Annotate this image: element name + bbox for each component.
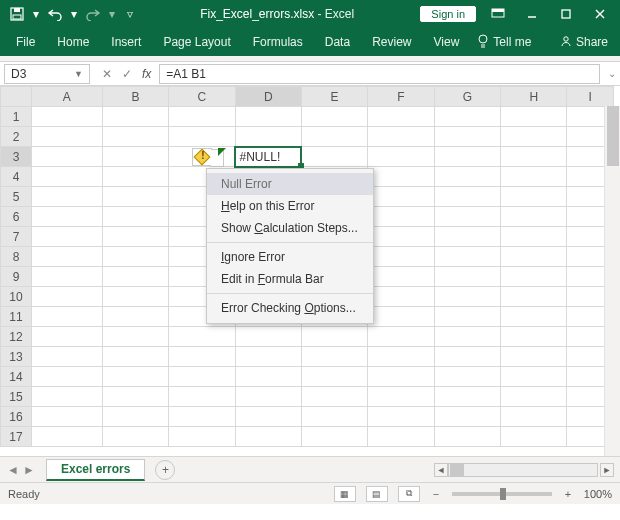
- cell[interactable]: [368, 347, 434, 367]
- row-header[interactable]: 17: [1, 427, 32, 447]
- view-normal-icon[interactable]: ▦: [334, 486, 356, 502]
- zoom-slider[interactable]: [452, 492, 552, 496]
- menu-item-ignore-error[interactable]: Ignore Error: [207, 246, 373, 268]
- col-header[interactable]: I: [567, 87, 614, 107]
- cell[interactable]: [301, 407, 367, 427]
- formula-bar-expand-icon[interactable]: ⌄: [604, 68, 620, 79]
- cell[interactable]: [31, 427, 102, 447]
- cell[interactable]: [501, 407, 567, 427]
- cell[interactable]: [368, 427, 434, 447]
- sheet-nav-prev-icon[interactable]: ◄: [6, 463, 20, 477]
- cell[interactable]: [31, 167, 102, 187]
- cell[interactable]: [31, 127, 102, 147]
- cell[interactable]: [368, 167, 434, 187]
- cell[interactable]: [368, 187, 434, 207]
- cell[interactable]: [301, 107, 367, 127]
- tab-insert[interactable]: Insert: [107, 35, 145, 49]
- cell[interactable]: [434, 247, 500, 267]
- menu-item-error-checking-options[interactable]: Error Checking Options...: [207, 297, 373, 319]
- row-header[interactable]: 16: [1, 407, 32, 427]
- vertical-scrollbar[interactable]: [604, 106, 620, 456]
- cell[interactable]: [31, 327, 102, 347]
- cell[interactable]: [169, 427, 235, 447]
- tab-data[interactable]: Data: [321, 35, 354, 49]
- cell[interactable]: [102, 387, 168, 407]
- worksheet-grid[interactable]: A B C D E F G H I 123#NULL!4567891011121…: [0, 86, 620, 456]
- cell[interactable]: [102, 347, 168, 367]
- cell[interactable]: [434, 407, 500, 427]
- cell[interactable]: [368, 387, 434, 407]
- insert-function-icon[interactable]: fx: [142, 67, 151, 81]
- sheet-tab-active[interactable]: Excel errors: [46, 459, 145, 481]
- cell[interactable]: [169, 347, 235, 367]
- cell[interactable]: [501, 287, 567, 307]
- cell[interactable]: [102, 207, 168, 227]
- cell[interactable]: [31, 187, 102, 207]
- cell[interactable]: [31, 247, 102, 267]
- cell[interactable]: [501, 307, 567, 327]
- col-header[interactable]: E: [301, 87, 367, 107]
- cell[interactable]: [31, 387, 102, 407]
- cell[interactable]: [434, 327, 500, 347]
- cell[interactable]: [235, 427, 301, 447]
- cell[interactable]: [368, 227, 434, 247]
- cell[interactable]: [501, 427, 567, 447]
- col-header[interactable]: F: [368, 87, 434, 107]
- cell[interactable]: #NULL!: [235, 147, 301, 167]
- cell[interactable]: [501, 347, 567, 367]
- cell[interactable]: [102, 187, 168, 207]
- row-header[interactable]: 7: [1, 227, 32, 247]
- cell[interactable]: [169, 327, 235, 347]
- cell[interactable]: [434, 367, 500, 387]
- cell[interactable]: [368, 327, 434, 347]
- cell[interactable]: [102, 227, 168, 247]
- cell[interactable]: [169, 367, 235, 387]
- cell[interactable]: [301, 127, 367, 147]
- row-header[interactable]: 14: [1, 367, 32, 387]
- cell[interactable]: [434, 167, 500, 187]
- col-header[interactable]: C: [169, 87, 235, 107]
- cell[interactable]: [235, 327, 301, 347]
- cell[interactable]: [434, 127, 500, 147]
- select-all-corner[interactable]: [1, 87, 32, 107]
- cell[interactable]: [368, 127, 434, 147]
- tab-home[interactable]: Home: [53, 35, 93, 49]
- row-header[interactable]: 11: [1, 307, 32, 327]
- menu-item-edit-in-formula-bar[interactable]: Edit in Formula Bar: [207, 268, 373, 290]
- row-header[interactable]: 13: [1, 347, 32, 367]
- cell[interactable]: [368, 367, 434, 387]
- cell[interactable]: [434, 387, 500, 407]
- sheet-nav-next-icon[interactable]: ►: [22, 463, 36, 477]
- cell[interactable]: [102, 307, 168, 327]
- scroll-left-icon[interactable]: ◄: [434, 463, 448, 477]
- menu-item-help-on-error[interactable]: Help on this Error: [207, 195, 373, 217]
- col-header[interactable]: G: [434, 87, 500, 107]
- cell[interactable]: [301, 147, 367, 167]
- cell[interactable]: [301, 327, 367, 347]
- cell[interactable]: [368, 247, 434, 267]
- cell[interactable]: [31, 147, 102, 167]
- cell[interactable]: [102, 427, 168, 447]
- cell[interactable]: [434, 427, 500, 447]
- cell[interactable]: [102, 287, 168, 307]
- cell[interactable]: [102, 107, 168, 127]
- cell[interactable]: [169, 407, 235, 427]
- cell[interactable]: [368, 267, 434, 287]
- cell[interactable]: [434, 227, 500, 247]
- undo-icon[interactable]: [46, 5, 64, 23]
- cell[interactable]: [501, 227, 567, 247]
- cell[interactable]: [501, 167, 567, 187]
- row-header[interactable]: 12: [1, 327, 32, 347]
- ribbon-display-options-icon[interactable]: [486, 2, 510, 26]
- name-box[interactable]: D3 ▼: [4, 64, 90, 84]
- qat-more-icon[interactable]: ▿: [126, 7, 134, 21]
- cell[interactable]: [102, 147, 168, 167]
- tab-formulas[interactable]: Formulas: [249, 35, 307, 49]
- row-header[interactable]: 6: [1, 207, 32, 227]
- enter-icon[interactable]: ✓: [122, 67, 132, 81]
- row-header[interactable]: 5: [1, 187, 32, 207]
- cell[interactable]: [434, 267, 500, 287]
- cell[interactable]: [368, 147, 434, 167]
- cell[interactable]: [169, 387, 235, 407]
- row-header[interactable]: 8: [1, 247, 32, 267]
